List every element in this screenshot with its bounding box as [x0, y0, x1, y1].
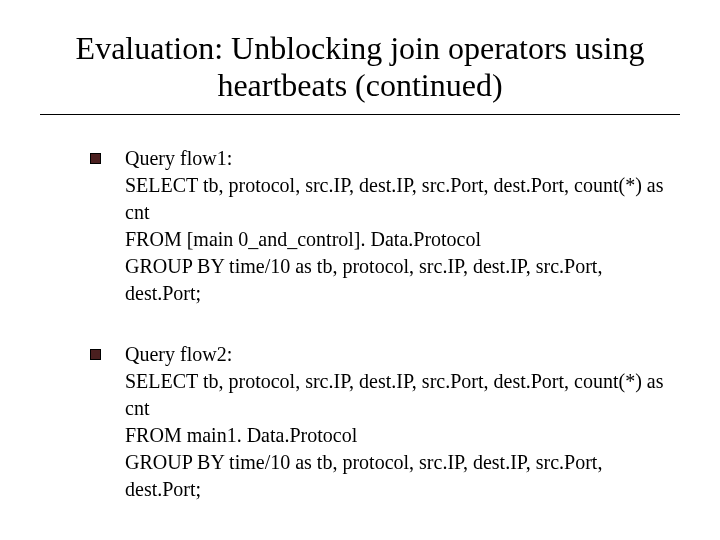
text-line: FROM [main 0_and_control]. Data.Protocol — [125, 226, 670, 253]
list-item: Query flow1: SELECT tb, protocol, src.IP… — [90, 145, 670, 307]
title-block: Evaluation: Unblocking join operators us… — [40, 30, 680, 104]
text-line: GROUP BY time/10 as tb, protocol, src.IP… — [125, 253, 670, 307]
content-area: Query flow1: SELECT tb, protocol, src.IP… — [40, 145, 680, 503]
item-body: Query flow1: SELECT tb, protocol, src.IP… — [125, 145, 670, 307]
list-item: Query flow2: SELECT tb, protocol, src.IP… — [90, 341, 670, 503]
slide: Evaluation: Unblocking join operators us… — [0, 0, 720, 540]
text-line: SELECT tb, protocol, src.IP, dest.IP, sr… — [125, 368, 670, 422]
text-line: FROM main1. Data.Protocol — [125, 422, 670, 449]
title-divider — [40, 114, 680, 115]
text-line: Query flow1: — [125, 145, 670, 172]
square-bullet-icon — [90, 349, 101, 360]
item-body: Query flow2: SELECT tb, protocol, src.IP… — [125, 341, 670, 503]
slide-title: Evaluation: Unblocking join operators us… — [40, 30, 680, 104]
text-line: GROUP BY time/10 as tb, protocol, src.IP… — [125, 449, 670, 503]
text-line: Query flow2: — [125, 341, 670, 368]
square-bullet-icon — [90, 153, 101, 164]
text-line: SELECT tb, protocol, src.IP, dest.IP, sr… — [125, 172, 670, 226]
